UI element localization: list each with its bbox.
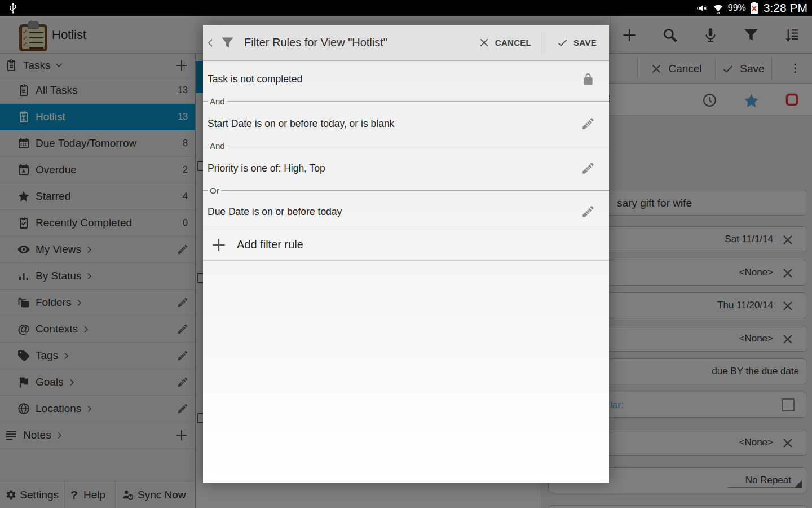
- dialog-save-label: SAVE: [573, 38, 597, 47]
- clock-text: 3:28 PM: [764, 1, 807, 15]
- rule-connector: And: [203, 97, 609, 106]
- battery-percent: 99%: [728, 3, 746, 13]
- connector-label: And: [208, 141, 227, 151]
- rule-connector: Or: [203, 186, 609, 195]
- pencil-icon[interactable]: [581, 161, 595, 176]
- usb-icon: [7, 1, 19, 15]
- filter-rule-row[interactable]: Task is not completed: [203, 61, 609, 97]
- dialog-title: Filter Rules for View "Hotlist": [244, 36, 387, 49]
- rule-connector: And: [203, 142, 609, 150]
- cancel-x-icon: [478, 37, 490, 49]
- mute-vibrate-icon: [696, 2, 708, 14]
- filter-funnel-icon: [220, 35, 235, 50]
- back-chevron-icon[interactable]: [205, 37, 217, 49]
- plus-icon: [210, 237, 227, 253]
- lock-icon: [581, 72, 595, 86]
- save-check-icon: [557, 37, 568, 49]
- connector-label: And: [208, 97, 227, 106]
- filter-rule-text: Task is not completed: [208, 73, 302, 85]
- filter-rule-row[interactable]: Due Date is on or before today: [203, 195, 609, 229]
- filter-rule-text: Priority is one of: High, Top: [208, 163, 325, 174]
- dialog-header: Filter Rules for View "Hotlist" CANCEL S…: [203, 25, 609, 61]
- filter-rule-row[interactable]: Start Date is on or before today, or is …: [203, 106, 609, 142]
- dialog-cancel-button[interactable]: CANCEL: [466, 25, 544, 60]
- filter-rule-row[interactable]: Priority is one of: High, Top: [203, 150, 609, 186]
- connector-label: Or: [208, 186, 222, 195]
- dialog-cancel-label: CANCEL: [495, 38, 531, 47]
- status-bar: 99% 3:28 PM: [0, 0, 812, 16]
- add-filter-rule-label: Add filter rule: [237, 238, 303, 251]
- battery-icon: [750, 2, 758, 14]
- filter-rule-text: Due Date is on or before today: [208, 206, 342, 218]
- filter-rule-text: Start Date is on or before today, or is …: [208, 118, 394, 130]
- dialog-save-button[interactable]: SAVE: [544, 25, 609, 60]
- pencil-icon[interactable]: [581, 204, 595, 219]
- filter-rules-dialog: Filter Rules for View "Hotlist" CANCEL S…: [203, 25, 609, 483]
- wifi-icon: [712, 2, 724, 14]
- dialog-body: Task is not completedAndStart Date is on…: [203, 61, 609, 483]
- add-filter-rule-button[interactable]: Add filter rule: [203, 229, 609, 261]
- pencil-icon[interactable]: [581, 116, 595, 131]
